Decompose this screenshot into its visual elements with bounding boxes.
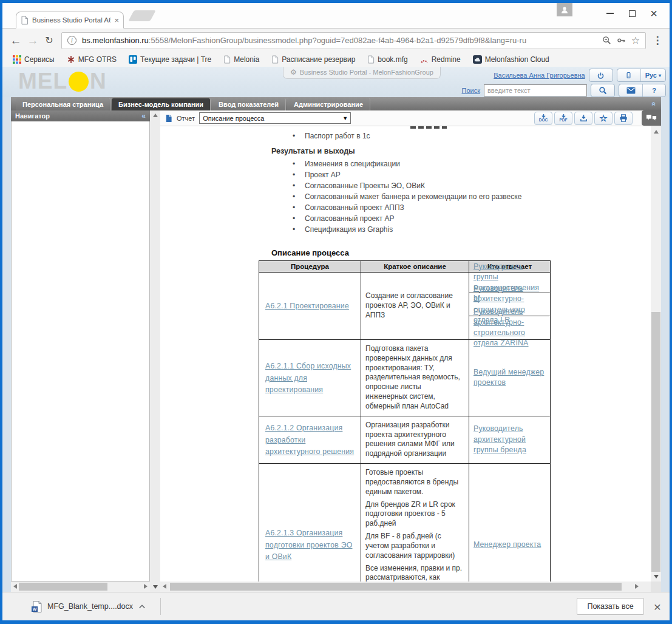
maximize-icon <box>629 10 636 17</box>
process-description: Готовые проекты предоставляются в бренды… <box>365 468 464 497</box>
scroll-up-icon[interactable] <box>153 114 158 117</box>
show-all-downloads-button[interactable]: Показать все <box>577 598 643 615</box>
process-description: Создание и согласование проектов АР, ЭО,… <box>365 291 464 320</box>
process-link[interactable]: A6.2.1.2 Организация разработки архитект… <box>265 424 354 456</box>
key-icon[interactable] <box>617 36 626 45</box>
export-pdf-button[interactable]: PDF <box>554 112 572 125</box>
list-item: Спецификация из Graphis <box>259 224 552 235</box>
print-button[interactable] <box>614 112 633 125</box>
speech-bubbles-icon <box>646 114 657 122</box>
table-row: A6.2.1.3 Организация подготовки проектов… <box>259 464 551 582</box>
nav-tab-personal[interactable]: Персональная страница <box>16 98 110 110</box>
list-item: Согласованный проект АППЗ <box>259 202 552 213</box>
nav-tab-business-model[interactable]: Бизнес-модель компании <box>112 98 211 110</box>
bookmark-redmine[interactable]: Redmine <box>416 55 465 64</box>
address-bar[interactable]: i bs.melonfashion.ru:5558/MelonFashionGr… <box>61 32 646 49</box>
list-item: Паспорт работ в 1с <box>259 131 552 141</box>
bookmark-cloud[interactable]: Melonfashion Cloud <box>469 55 554 64</box>
process-link[interactable]: A6.2.1.3 Организация подготовки проектов… <box>265 529 353 561</box>
maximize-button[interactable] <box>621 5 643 22</box>
search-link[interactable]: Поиск <box>462 87 480 94</box>
close-downloads-bar-icon[interactable]: × <box>654 600 661 613</box>
bookmark-melonia[interactable]: Melonia <box>219 55 263 64</box>
comments-button[interactable] <box>642 110 661 126</box>
report-select[interactable]: Описание процесса ▼ <box>199 112 351 124</box>
cloud-icon <box>473 55 482 64</box>
bookmark-services[interactable]: Сервисы <box>8 55 59 64</box>
zoom-out-icon[interactable] <box>602 36 611 45</box>
report-document: Паспорт работ в 1с Результаты и выходы И… <box>259 126 552 582</box>
language-button[interactable]: Рус▾ <box>640 69 665 81</box>
scroll-left-icon[interactable] <box>13 584 17 589</box>
browser-tab[interactable]: Business Studio Portal A6 × <box>16 12 124 29</box>
bookmark-trello[interactable]: Текущие задачи | Tre <box>124 55 216 64</box>
browser-toolbar: ← → ↻ i bs.melonfashion.ru:5558/MelonFas… <box>2 29 670 52</box>
responsible-link[interactable]: Руководитель архитектурно-строительного … <box>473 307 546 349</box>
phone-icon <box>625 71 632 80</box>
sidebar-collapse-icon[interactable]: « <box>141 112 146 120</box>
mobile-view-button[interactable] <box>617 69 640 81</box>
minimize-button[interactable] <box>599 5 621 22</box>
new-tab-button[interactable] <box>128 10 156 21</box>
close-button[interactable]: × <box>643 5 665 22</box>
nav-tab-administration[interactable]: Администрирование <box>287 98 370 110</box>
page-favicon-icon <box>21 16 29 25</box>
table-row: A6.2.1.1 Сбор исходных данных для проект… <box>259 340 551 416</box>
main-area: Отчет Описание процесса ▼ DOC PDF <box>160 110 661 582</box>
bookmark-star-icon[interactable]: ☆ <box>631 36 640 46</box>
responsible-link[interactable]: Руководитель архитектурной группы бренда <box>473 424 546 455</box>
table-row: A6.2.1.2 Организация разработки архитект… <box>259 416 551 463</box>
search-input[interactable] <box>484 84 587 97</box>
horizontal-scroll-thumb[interactable] <box>19 583 107 591</box>
tab-close-icon[interactable]: × <box>114 16 119 24</box>
scroll-down-icon[interactable] <box>654 575 659 578</box>
responsible-link[interactable]: Ведущий менеджер проектов <box>473 367 546 388</box>
mail-button[interactable] <box>619 84 642 97</box>
chevron-up-icon[interactable] <box>138 604 146 609</box>
favorite-button[interactable]: ☆ <box>594 112 613 125</box>
list-item: Проект АР <box>259 169 552 180</box>
process-link[interactable]: A6.2.1.1 Сбор исходных данных для проект… <box>265 362 351 394</box>
page-icon <box>367 55 375 64</box>
logout-button[interactable] <box>589 69 613 82</box>
responsible-link[interactable]: Менеджер проекта <box>473 540 541 550</box>
report-label: Отчет <box>177 115 195 122</box>
scroll-up-icon[interactable] <box>654 130 659 134</box>
download-item[interactable]: W MFG_Blank_temp....docx <box>32 601 146 612</box>
divider <box>160 598 161 615</box>
search-button[interactable] <box>591 84 615 97</box>
scroll-right-icon[interactable] <box>144 584 148 589</box>
export-doc-button[interactable]: DOC <box>534 112 552 125</box>
svg-text:W: W <box>33 607 37 611</box>
page-info-icon[interactable]: i <box>67 36 76 45</box>
content-vertical-scrollbar[interactable] <box>651 126 661 582</box>
nav-tab-indicators[interactable]: Ввод показателей <box>212 98 286 110</box>
web-page: MELN ⚙ Business Studio Portal - MelonFas… <box>2 67 670 592</box>
chrome-menu-icon[interactable]: ⋮ <box>650 34 665 47</box>
scroll-left-icon[interactable] <box>163 584 166 589</box>
back-button[interactable]: ← <box>7 34 24 47</box>
save-button[interactable] <box>574 112 592 125</box>
content-horizontal-scrollbar[interactable] <box>160 582 651 592</box>
logo-text-right: N <box>90 69 107 94</box>
vertical-scroll-thumb[interactable] <box>651 312 660 572</box>
process-link[interactable]: A6.2.1 Проектирование <box>265 302 349 310</box>
user-name-link[interactable]: Васильева Анна Григорьевна <box>494 72 585 79</box>
sidebar-vertical-scrollbar[interactable] <box>150 110 160 582</box>
url-host: bs.melonfashion.ru <box>82 36 149 45</box>
forward-button[interactable]: → <box>24 34 41 47</box>
help-button[interactable]: ? <box>642 84 665 97</box>
scroll-right-icon[interactable] <box>635 584 639 589</box>
bookmark-bookmfg[interactable]: book.mfg <box>363 55 412 64</box>
horizontal-scroll-thumb[interactable] <box>170 583 622 591</box>
bookmark-mfg-otrs[interactable]: MFG OTRS <box>63 55 121 64</box>
sidebar-horizontal-scrollbar[interactable] <box>11 582 150 592</box>
melon-logo: MELN <box>18 69 107 94</box>
star-icon: ☆ <box>599 114 607 123</box>
scroll-down-icon[interactable] <box>153 585 158 589</box>
bookmark-schedule[interactable]: Расписание резервир <box>267 55 359 64</box>
reload-button[interactable]: ↻ <box>41 35 57 46</box>
nav-collapse-icon[interactable]: « <box>650 102 659 106</box>
process-description: Для брендов ZR и LR срок подготовки прое… <box>365 500 464 529</box>
profile-chip[interactable] <box>557 3 572 16</box>
